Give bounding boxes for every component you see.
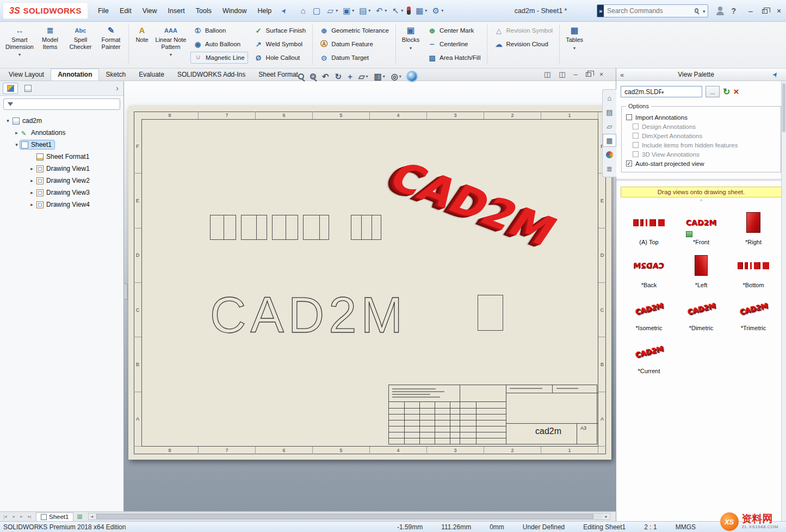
window-close-button[interactable]: ×	[599, 70, 604, 78]
tree-item-drawing-view1[interactable]: Drawing View1	[0, 163, 123, 175]
user-account-icon[interactable]	[716, 7, 725, 15]
sheet-scale[interactable]: 2 : 1	[644, 523, 657, 531]
option-auto-start-projected-view[interactable]: Auto-start projected view	[626, 159, 776, 168]
window-restore-button[interactable]	[586, 71, 591, 78]
graphics-area[interactable]: 87654321 87654321 FEDCBA FEDCBA CAD2M CA…	[124, 81, 616, 511]
sheet-nav-button[interactable]: ▸|	[26, 514, 34, 519]
dropdown-arrow-icon[interactable]	[661, 88, 698, 96]
search-icon[interactable]	[695, 8, 698, 13]
pan-button[interactable]: +	[348, 72, 352, 81]
collapse-hint-icon[interactable]	[616, 199, 786, 205]
tree-item-annotations[interactable]: Annotations	[0, 127, 123, 139]
collision-toggle-button[interactable]	[405, 5, 412, 16]
title-block[interactable]: cad2m A3	[388, 385, 597, 444]
palette-view-trimetric[interactable]: CAD2M *Trimetric	[727, 294, 779, 331]
area-hatch-fill-button[interactable]: ▨ Area Hatch/Fill	[425, 52, 483, 64]
dropdown-arrow-icon[interactable]	[366, 74, 368, 79]
palette-view-left[interactable]: *Left	[675, 251, 727, 288]
drawing-view-top[interactable]	[241, 215, 267, 240]
dropdown-arrow-icon[interactable]	[385, 8, 387, 13]
tree-item-cad2m[interactable]: cad2m	[0, 115, 123, 127]
previous-view-button[interactable]: ↶	[322, 72, 329, 82]
sheet-nav-button[interactable]: ◂	[9, 514, 17, 519]
menu-item[interactable]: View	[137, 4, 163, 17]
menu-item[interactable]: Tools	[190, 4, 217, 17]
format-painter-button[interactable]: ✎ Format Painter	[96, 23, 126, 50]
close-button[interactable]: ×	[772, 7, 786, 15]
blocks-button[interactable]: ▣ Blocks	[398, 23, 423, 48]
horizontal-scrollbar[interactable]	[88, 513, 610, 520]
menu-item[interactable]: Window	[217, 4, 252, 17]
option-import-annotations[interactable]: Import Annotations	[626, 113, 776, 122]
dropdown-arrow-icon[interactable]	[368, 8, 370, 13]
print-button[interactable]: ▤	[356, 5, 372, 17]
palette-view-current[interactable]: CAD2M *Current	[623, 337, 675, 374]
tab-annotation[interactable]: Annotation	[51, 69, 99, 81]
option-design-annotations[interactable]: Design Annotations	[633, 122, 776, 131]
expand-arrow-icon[interactable]	[28, 178, 35, 183]
tab-evaluate[interactable]: Evaluate	[132, 69, 171, 81]
palette-view-bottom[interactable]: *Bottom	[727, 251, 779, 288]
expand-arrow-icon[interactable]	[28, 202, 35, 207]
browse-button[interactable]: ...	[705, 86, 720, 97]
search-dropdown-icon[interactable]	[703, 7, 708, 15]
palette-view-top[interactable]: (A) Top	[623, 208, 675, 245]
dropdown-arrow-icon[interactable]	[383, 74, 385, 79]
solidworks-resources-tab[interactable]: ⌂	[603, 91, 616, 104]
balloon-button[interactable]: ① Balloon	[190, 24, 248, 36]
tree-item-sheet-format1[interactable]: Sheet Format1	[0, 151, 123, 163]
drawing-view-front-outline[interactable]: CAD2M	[209, 283, 410, 347]
expand-arrow-icon[interactable]	[4, 118, 11, 123]
note-button[interactable]: A Note	[131, 23, 153, 44]
expand-arrow-icon[interactable]	[13, 142, 20, 147]
dropdown-arrow-icon[interactable]	[425, 8, 427, 13]
tab-solidworks-add-ins[interactable]: SOLIDWORKS Add-Ins	[171, 69, 252, 81]
scrollbar-thumb[interactable]	[782, 83, 785, 132]
dropdown-arrow-icon[interactable]	[18, 50, 21, 55]
edit-appearance-button[interactable]	[407, 72, 417, 81]
expand-arrow-icon[interactable]	[28, 190, 35, 195]
options-button[interactable]: ⚙	[429, 5, 445, 17]
magnetic-line-button[interactable]: ∩ Magnetic Line	[190, 52, 248, 64]
tab-view-layout[interactable]: View Layout	[2, 69, 51, 81]
scroll-right-icon[interactable]	[603, 514, 610, 519]
model-items-button[interactable]: ≣ Model Items	[35, 23, 65, 50]
smart-dimension-button[interactable]: ↔ Smart Dimension	[4, 23, 35, 55]
new-document-button[interactable]: ▢	[310, 5, 323, 17]
refresh-icon[interactable]: ↻	[723, 86, 730, 97]
pane-section-divider[interactable]	[616, 179, 786, 182]
tree-item-drawing-view3[interactable]: Drawing View3	[0, 187, 123, 199]
pin-icon[interactable]	[280, 6, 289, 15]
drawing-view-top[interactable]	[351, 215, 381, 240]
drawing-view-right[interactable]	[478, 295, 503, 331]
zoom-to-fit-button[interactable]	[298, 73, 304, 79]
file-select[interactable]: cad2m.SLDPRT	[621, 86, 702, 97]
search-input[interactable]	[604, 7, 695, 15]
dropdown-arrow-icon[interactable]	[399, 74, 401, 79]
scrollbar-thumb[interactable]	[96, 514, 593, 519]
option-dimxpert-annotations[interactable]: DimXpert Annotations	[633, 131, 776, 140]
window-cascade-button[interactable]: ◫	[544, 70, 550, 78]
spell-checker-button[interactable]: Abc Spell Checker	[65, 23, 96, 50]
featuremanager-tree-tab[interactable]	[3, 83, 18, 94]
dropdown-arrow-icon[interactable]	[573, 44, 575, 48]
auto-balloon-button[interactable]: ◉ Auto Balloon	[190, 38, 248, 50]
custom-properties-tab[interactable]: ≣	[603, 162, 616, 175]
rotate-view-button[interactable]: ↻	[335, 72, 342, 82]
zoom-to-area-button[interactable]	[310, 73, 316, 79]
drawing-view-top[interactable]	[210, 215, 236, 240]
menu-item[interactable]: Insert	[163, 4, 190, 17]
datum-feature-button[interactable]: Ⓐ Datum Feature	[317, 38, 392, 50]
sheet-properties-button[interactable]: ▦	[413, 5, 429, 17]
palette-view-isometric[interactable]: CAD2M *Isometric	[623, 294, 675, 331]
surface-finish-button[interactable]: ✓ Surface Finish	[251, 24, 309, 36]
panel-splitter-handle[interactable]	[124, 283, 128, 300]
file-explorer-tab[interactable]: ▱	[603, 120, 616, 133]
palette-view-back[interactable]: CAD2M *Back	[623, 251, 675, 288]
unit-system[interactable]: MMGS	[676, 523, 696, 531]
center-mark-button[interactable]: ⊕ Center Mark	[425, 24, 483, 36]
drawing-view-top[interactable]	[303, 215, 329, 240]
view-palette-tab[interactable]: ▦	[603, 134, 616, 147]
window-tile-button[interactable]: ◫	[559, 70, 565, 78]
editing-status[interactable]: Editing Sheet1	[583, 523, 626, 531]
